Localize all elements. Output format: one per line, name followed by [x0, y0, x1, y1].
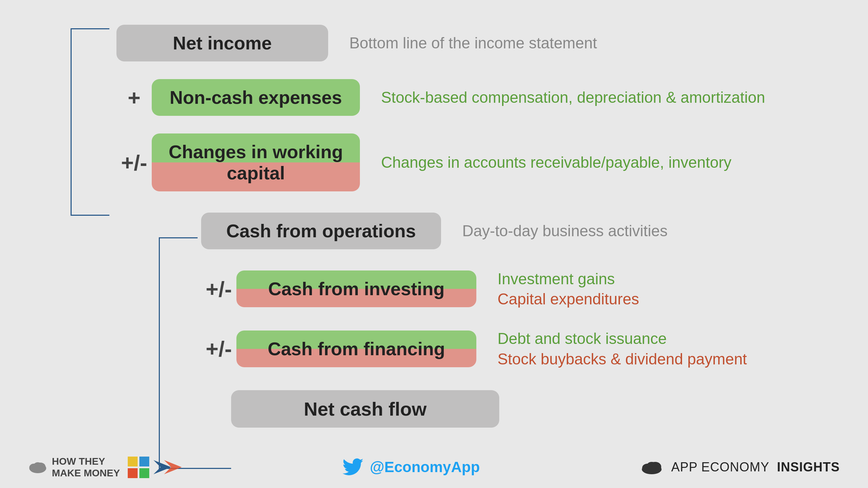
twitter-icon: [342, 458, 363, 476]
plus-operator: +: [116, 85, 152, 110]
cash-financing-label: Cash from financing: [268, 338, 445, 359]
non-cash-label: Non-cash expenses: [170, 87, 342, 108]
cash-investing-desc: Investment gains Capital expenditures: [498, 269, 639, 309]
non-cash-desc: Stock-based compensation, depreciation &…: [381, 87, 765, 107]
app-economy-label: APP ECONOMY: [671, 460, 769, 474]
brand-text: HOW THEY MAKE MONEY: [52, 456, 120, 479]
cash-investing-label: Cash from investing: [268, 278, 445, 299]
cash-investing-desc-green: Investment gains: [498, 269, 639, 289]
net-cash-row: Net cash flow: [231, 390, 843, 428]
cash-financing-desc-green: Debt and stock issuance: [498, 328, 747, 349]
cash-ops-pill: Cash from operations: [201, 213, 441, 249]
svg-point-9: [647, 462, 657, 470]
cash-ops-label: Cash from operations: [226, 220, 416, 242]
plus-minus-operator-3: +/-: [201, 336, 236, 361]
cash-financing-desc: Debt and stock issuance Stock buybacks &…: [498, 328, 747, 369]
insights-label: INSIGHTS: [777, 460, 840, 474]
cash-investing-pill: Cash from investing: [236, 270, 476, 307]
net-income-pill: Net income: [116, 25, 328, 61]
footer: HOW THEY MAKE MONEY @EconomyApp: [0, 456, 868, 479]
net-income-row: Net income Bottom line of the income sta…: [116, 25, 843, 61]
twitter-section: @EconomyApp: [342, 458, 480, 476]
cash-financing-pill: Cash from financing: [236, 331, 476, 367]
app-economy-section: APP ECONOMY INSIGHTS: [640, 459, 840, 475]
svg-point-3: [34, 462, 42, 469]
app-economy-text: APP ECONOMY INSIGHTS: [671, 460, 840, 475]
cash-investing-desc-red: Capital expenditures: [498, 289, 639, 309]
cash-financing-desc-red: Stock buybacks & dividend payment: [498, 349, 747, 369]
app-economy-cloud-icon: [640, 459, 663, 475]
net-cash-pill: Net cash flow: [231, 390, 499, 428]
cash-ops-desc: Day-to-day business activities: [462, 221, 668, 241]
brand-line1: HOW THEY: [52, 456, 120, 468]
cash-ops-row: Cash from operations Day-to-day business…: [201, 213, 843, 249]
arrow-icon: [153, 457, 182, 478]
working-capital-desc: Changes in accounts receivable/payable, …: [381, 152, 731, 172]
working-capital-pill: Changes in working capital: [152, 133, 360, 191]
working-capital-row: +/- Changes in working capital Changes i…: [116, 133, 843, 191]
net-income-label: Net income: [173, 32, 272, 54]
brand-logo: HOW THEY MAKE MONEY: [28, 456, 182, 479]
non-cash-row: + Non-cash expenses Stock-based compensa…: [116, 79, 843, 116]
cloud-icon-small: [28, 460, 48, 474]
net-cash-label: Net cash flow: [304, 398, 427, 420]
plus-minus-operator-1: +/-: [116, 150, 152, 175]
working-capital-label: Changes in working capital: [166, 141, 346, 184]
brand-line2: MAKE MONEY: [52, 467, 120, 479]
non-cash-pill: Non-cash expenses: [152, 79, 360, 116]
net-income-desc: Bottom line of the income statement: [349, 33, 597, 53]
plus-minus-operator-2: +/-: [201, 276, 236, 302]
twitter-handle: @EconomyApp: [370, 459, 480, 476]
cash-financing-row: +/- Cash from financing Debt and stock i…: [201, 328, 843, 369]
cash-investing-row: +/- Cash from investing Investment gains…: [201, 269, 843, 309]
